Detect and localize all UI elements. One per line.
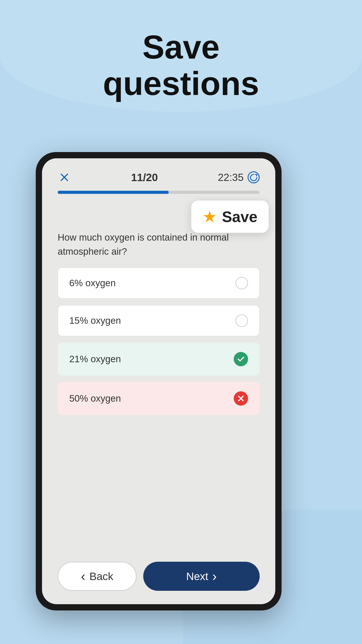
x-icon (236, 394, 245, 403)
answer-option-4[interactable]: 50% oxygen (58, 382, 260, 415)
answers-container: 6% oxygen 15% oxygen 21% oxygen 50% oxyg… (42, 268, 275, 415)
answer-text-1: 6% oxygen (69, 278, 116, 288)
answer-check-correct-3 (234, 352, 248, 366)
bottom-navigation: Back Next (42, 562, 275, 591)
next-chevron-icon (212, 570, 217, 583)
quiz-header: 11/20 22:35 (42, 158, 275, 188)
back-button[interactable]: Back (58, 562, 137, 591)
close-icon (60, 173, 69, 182)
refresh-icon (250, 174, 257, 181)
answer-option-2[interactable]: 15% oxygen (58, 305, 260, 336)
back-chevron-icon (81, 570, 85, 583)
question-counter: 11/20 (131, 171, 158, 184)
refresh-button[interactable] (248, 171, 260, 183)
page-title: Save questions (0, 29, 362, 102)
answer-radio-1 (236, 277, 248, 289)
next-button-label: Next (186, 570, 208, 582)
answer-check-wrong-4 (234, 391, 248, 406)
answer-radio-2 (236, 314, 248, 327)
close-button[interactable] (58, 170, 71, 184)
answer-text-3: 21% oxygen (69, 354, 121, 364)
save-tooltip-label: Save (222, 208, 257, 226)
phone-screen: 11/20 22:35 Flag (42, 158, 275, 604)
save-star-icon: ★ (202, 207, 217, 226)
checkmark-icon (236, 355, 245, 364)
back-button-label: Back (89, 570, 113, 582)
phone-mockup: 11/20 22:35 Flag (36, 152, 282, 610)
answer-option-3[interactable]: 21% oxygen (58, 342, 260, 376)
answer-text-2: 15% oxygen (69, 315, 121, 326)
timer-display: 22:35 (218, 171, 244, 183)
next-button[interactable]: Next (143, 562, 260, 591)
progress-bar-container (58, 191, 260, 194)
answer-option-1[interactable]: 6% oxygen (58, 268, 260, 299)
progress-bar-fill (58, 191, 169, 194)
timer-area: 22:35 (218, 171, 260, 183)
save-tooltip[interactable]: ★ Save (191, 200, 269, 233)
flag-area: Flag ★ Save (42, 200, 275, 226)
answer-text-4: 50% oxygen (69, 393, 121, 404)
